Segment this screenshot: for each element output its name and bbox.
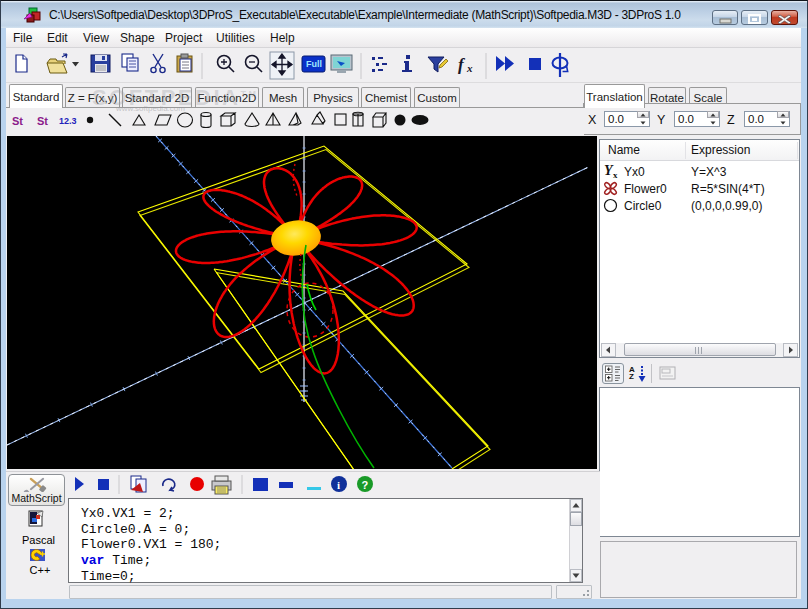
svg-text:St: St — [12, 115, 23, 127]
svg-text:?: ? — [362, 479, 369, 491]
svg-text:x: x — [466, 62, 473, 74]
svg-text:12.3: 12.3 — [59, 116, 77, 126]
svg-text:i: i — [337, 479, 340, 491]
svg-text:f: f — [458, 55, 466, 74]
svg-text:Full: Full — [306, 59, 322, 69]
svg-text:St: St — [37, 115, 48, 127]
